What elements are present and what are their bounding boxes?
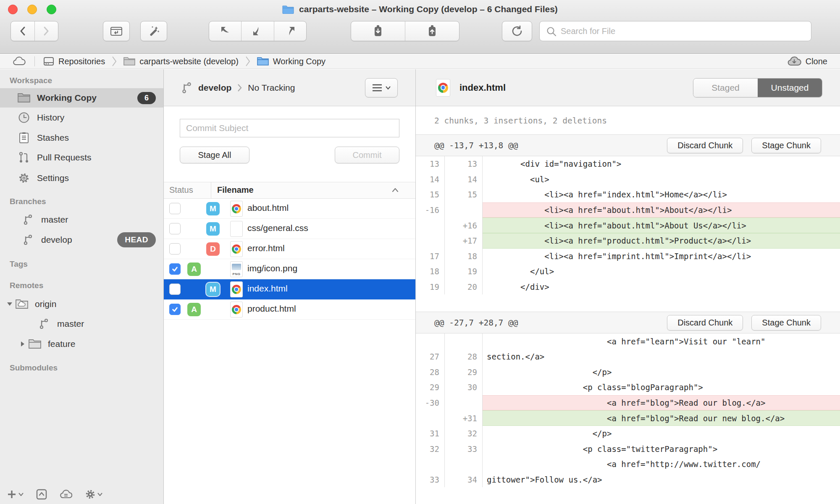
branch-icon bbox=[181, 81, 192, 94]
clone-cloud-icon bbox=[787, 56, 801, 67]
breadcrumb-repositories[interactable]: Repositories bbox=[43, 56, 105, 66]
breadcrumb-working-copy[interactable]: Working Copy bbox=[257, 57, 326, 66]
file-row[interactable]: Mabout.html bbox=[164, 199, 415, 219]
tower-window: carparts-website – Working Copy (develop… bbox=[0, 0, 840, 504]
sidebar-item-remote-origin[interactable]: origin bbox=[0, 294, 163, 314]
filename-column-header[interactable]: Filename bbox=[217, 185, 254, 195]
search-input[interactable] bbox=[539, 21, 811, 41]
chevron-down-icon bbox=[386, 86, 391, 89]
sidebar-item-label: master bbox=[41, 215, 68, 225]
cloud-icon[interactable] bbox=[13, 56, 26, 66]
new-line-number bbox=[445, 333, 483, 349]
merge-button[interactable] bbox=[209, 21, 242, 41]
chunk-range: @@ -27,7 +28,7 @@ bbox=[434, 318, 518, 328]
stash-apply-button[interactable] bbox=[405, 21, 459, 41]
sidebar-item-stashes[interactable]: Stashes bbox=[0, 128, 163, 147]
old-line-number: 33 bbox=[416, 472, 445, 488]
push-button[interactable] bbox=[274, 21, 306, 41]
export-icon bbox=[36, 489, 47, 500]
forward-button[interactable] bbox=[35, 21, 58, 41]
new-line-number: +17 bbox=[445, 233, 483, 249]
file-checkbox-checked[interactable] bbox=[169, 304, 181, 315]
zoom-button[interactable] bbox=[47, 5, 56, 14]
stage-chunk-button[interactable]: Stage Chunk bbox=[751, 315, 821, 331]
status-column-header[interactable]: Status bbox=[169, 185, 193, 195]
commit-subject-input[interactable] bbox=[180, 119, 399, 137]
diff-body: 2 chunks, 3 insertions, 2 deletions @@ -… bbox=[416, 107, 840, 504]
sidebar-item-feature-folder[interactable]: feature bbox=[0, 334, 163, 354]
quick-actions-button[interactable] bbox=[140, 21, 167, 41]
sidebar-item-pull-requests[interactable]: Pull Requests bbox=[0, 148, 163, 167]
minimize-button[interactable] bbox=[27, 5, 37, 14]
file-row[interactable]: Mcss/general.css bbox=[164, 219, 415, 239]
diff-line-del: -16 <li><a href="about.html">About</a></… bbox=[416, 202, 840, 218]
chevron-down-icon bbox=[97, 493, 102, 496]
status-badge-modified: M bbox=[206, 202, 220, 215]
export-button[interactable] bbox=[36, 489, 47, 500]
file-checkbox-checked[interactable] bbox=[169, 263, 181, 275]
sidebar-item-origin-master[interactable]: master bbox=[0, 314, 163, 333]
history-nav-group bbox=[10, 21, 58, 41]
unstaged-tab[interactable]: Unstaged bbox=[758, 79, 822, 97]
file-row[interactable]: Mindex.html bbox=[164, 279, 415, 299]
back-button[interactable] bbox=[11, 21, 35, 41]
sidebar-item-label: Stashes bbox=[37, 133, 69, 143]
view-options-button[interactable] bbox=[365, 78, 398, 97]
disclosure-down-icon[interactable] bbox=[5, 302, 14, 306]
file-table-header[interactable]: Status Filename bbox=[164, 182, 415, 199]
code-text: <a href="learn">Visit our "learn" bbox=[483, 333, 840, 349]
push-arrow-icon bbox=[289, 27, 294, 35]
discard-chunk-button[interactable]: Discard Chunk bbox=[667, 315, 743, 331]
file-checkbox[interactable] bbox=[169, 223, 181, 234]
stage-chunk-button[interactable]: Stage Chunk bbox=[751, 138, 821, 153]
breadcrumb: Repositories carparts-website (develop) … bbox=[0, 54, 840, 69]
file-checkbox[interactable] bbox=[169, 243, 181, 255]
remote-folder-icon bbox=[16, 299, 28, 309]
sidebar-item-branch-develop[interactable]: develop HEAD bbox=[0, 230, 163, 249]
sidebar-item-working-copy[interactable]: Working Copy 6 bbox=[0, 88, 163, 108]
commit-button[interactable]: Commit bbox=[335, 147, 399, 163]
discard-chunk-button[interactable]: Discard Chunk bbox=[667, 138, 743, 153]
old-line-number: 32 bbox=[416, 441, 445, 457]
wand-icon bbox=[147, 25, 160, 37]
staged-tab[interactable]: Staged bbox=[693, 79, 758, 97]
close-button[interactable] bbox=[8, 5, 18, 14]
code-text: <p class="blogParagraph"> bbox=[483, 380, 840, 395]
breadcrumb-repo[interactable]: carparts-website (develop) bbox=[123, 57, 239, 66]
old-line-number: 31 bbox=[416, 426, 445, 441]
doc-file-icon bbox=[230, 221, 243, 237]
sidebar-header-workspace: Workspace bbox=[0, 71, 163, 90]
gear-menu-button[interactable] bbox=[85, 489, 102, 500]
file-row[interactable]: APNGimg/icon.png bbox=[164, 259, 415, 279]
cloud-service-button[interactable] bbox=[60, 489, 72, 499]
file-row[interactable]: Aproduct.html bbox=[164, 299, 415, 320]
tracking-status-label[interactable]: No Tracking bbox=[248, 83, 295, 93]
file-checkbox[interactable] bbox=[169, 203, 181, 214]
disclosure-right-icon[interactable] bbox=[18, 341, 27, 347]
old-line-number: 28 bbox=[416, 365, 445, 380]
staged-unstaged-toggle: Staged Unstaged bbox=[693, 78, 822, 97]
commit-panel: develop No Tracking Stage All Commit Sta… bbox=[164, 69, 416, 504]
refresh-button[interactable] bbox=[502, 21, 532, 41]
sidebar-item-history[interactable]: History bbox=[0, 108, 163, 127]
sidebar-item-settings[interactable]: Settings bbox=[0, 168, 163, 188]
file-checkbox[interactable] bbox=[169, 284, 181, 295]
sidebar-item-branch-master[interactable]: master bbox=[0, 210, 163, 229]
current-branch-label[interactable]: develop bbox=[198, 83, 231, 93]
chrome-file-icon bbox=[230, 201, 243, 217]
diff-stats: 2 chunks, 3 insertions, 2 deletions bbox=[416, 107, 840, 134]
old-line-number: 14 bbox=[416, 172, 445, 187]
plus-icon bbox=[7, 489, 17, 499]
stash-save-button[interactable] bbox=[351, 21, 405, 41]
clone-button[interactable]: Clone bbox=[787, 56, 827, 67]
code-text: <div id="navigation"> bbox=[483, 156, 840, 172]
add-button[interactable] bbox=[7, 489, 24, 499]
stage-all-button[interactable]: Stage All bbox=[180, 147, 249, 163]
sidebar-item-label: origin bbox=[35, 299, 56, 309]
new-line-number bbox=[445, 395, 483, 411]
file-row[interactable]: Derror.html bbox=[164, 239, 415, 259]
search-icon bbox=[546, 26, 557, 37]
pull-button[interactable] bbox=[242, 21, 274, 41]
open-repo-button[interactable] bbox=[103, 21, 130, 41]
new-line-number: 14 bbox=[445, 172, 483, 187]
